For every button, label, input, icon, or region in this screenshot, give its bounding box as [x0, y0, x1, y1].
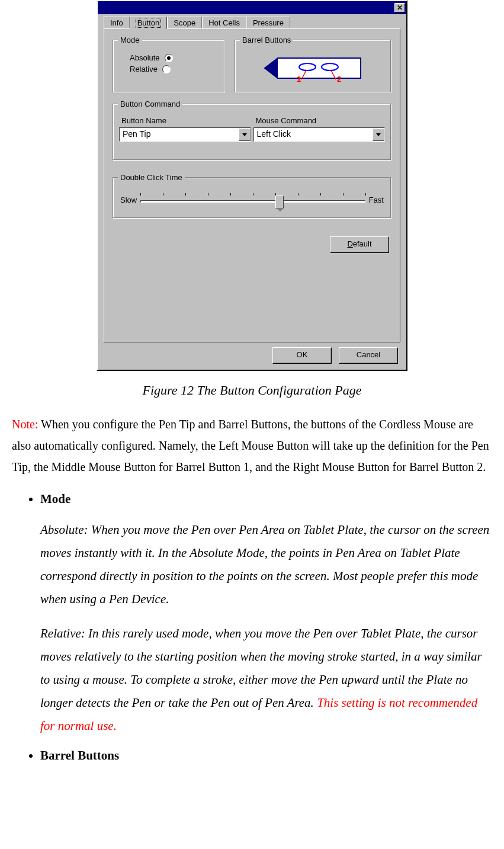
double-click-slider[interactable] — [140, 192, 365, 207]
tab-info[interactable]: Info — [104, 17, 130, 28]
svg-marker-1 — [265, 58, 278, 78]
figure-caption: Figure 12 The Button Configuration Page — [12, 383, 492, 398]
tab-pressure[interactable]: Pressure — [246, 17, 290, 28]
list-item: Barrel Buttons — [40, 748, 492, 763]
default-button-label: efault — [353, 239, 372, 248]
barrel-group-title: Barrel Buttons — [240, 36, 293, 44]
mode-relative-text: Relative: In this rarely used mode, when… — [40, 622, 492, 737]
close-icon[interactable]: ✕ — [394, 3, 405, 12]
button-name-value: Pen Tip — [120, 128, 239, 141]
radio-absolute-label: Absolute — [130, 53, 160, 62]
tab-hot-cells[interactable]: Hot Cells — [202, 17, 246, 28]
default-button[interactable]: Default — [330, 236, 389, 253]
note-label: Note: — [12, 418, 38, 431]
cancel-button[interactable]: Cancel — [339, 347, 398, 364]
barrel-buttons-group: Barrel Buttons 1 2 — [235, 40, 391, 93]
slider-thumb-icon[interactable] — [275, 196, 284, 209]
barrel-buttons-heading: Barrel Buttons — [40, 748, 119, 763]
tab-panel: Mode Absolute Relative Barrel Buttons — [104, 28, 400, 342]
mode-absolute-text: Absolute: When you move the Pen over Pen… — [40, 518, 492, 610]
chevron-down-icon[interactable] — [373, 128, 384, 141]
mode-group: Mode Absolute Relative — [113, 40, 225, 93]
mouse-command-label: Mouse Command — [256, 116, 386, 125]
barrel-label-2: 2 — [337, 75, 341, 83]
radio-absolute-row[interactable]: Absolute — [130, 53, 219, 62]
fast-label: Fast — [369, 196, 384, 204]
button-name-select[interactable]: Pen Tip — [119, 127, 251, 142]
list-item: Mode Absolute: When you move the Pen ove… — [40, 492, 492, 738]
tab-button[interactable]: Button — [130, 17, 168, 29]
mouse-command-value: Left Click — [254, 128, 373, 141]
chevron-down-icon[interactable] — [239, 128, 251, 141]
button-command-group: Button Command Button Name Pen Tip Mouse… — [113, 104, 391, 161]
button-config-dialog: ✕ Info Button Scope Hot Cells Pressure M… — [97, 0, 407, 371]
mode-heading: Mode — [40, 492, 70, 506]
mouse-command-select[interactable]: Left Click — [253, 127, 386, 142]
button-command-title: Button Command — [118, 100, 182, 108]
radio-relative-row[interactable]: Relative — [130, 65, 219, 73]
radio-relative-icon[interactable] — [162, 65, 171, 73]
slow-label: Slow — [120, 196, 137, 204]
button-name-label: Button Name — [121, 116, 251, 125]
barrel-label-1: 1 — [297, 75, 301, 83]
radio-absolute-icon[interactable] — [165, 54, 173, 62]
note-text: When you configure the Pen Tip and Barre… — [12, 418, 489, 473]
feature-list: Mode Absolute: When you move the Pen ove… — [12, 492, 492, 763]
pen-diagram-icon: 1 2 — [260, 53, 367, 83]
tab-strip: Info Button Scope Hot Cells Pressure — [98, 14, 406, 28]
mode-group-title: Mode — [118, 36, 142, 44]
double-click-title: Double Click Time — [118, 173, 185, 182]
svg-marker-0 — [265, 58, 361, 78]
ok-button[interactable]: OK — [272, 347, 332, 364]
radio-relative-label: Relative — [130, 65, 158, 73]
tab-scope[interactable]: Scope — [167, 17, 202, 28]
double-click-time-group: Double Click Time Slow — [113, 177, 391, 219]
title-bar: ✕ — [98, 1, 406, 14]
note-paragraph: Note: When you configure the Pen Tip and… — [12, 414, 492, 478]
